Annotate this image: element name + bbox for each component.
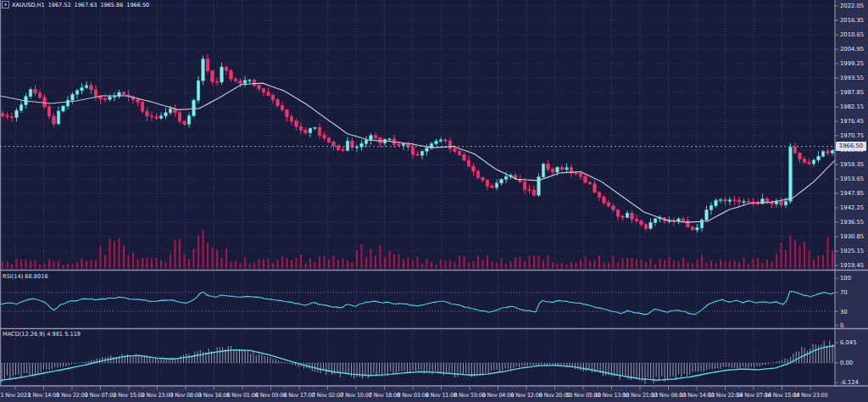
svg-text:0.00: 0.00 <box>840 360 853 366</box>
svg-text:1925.15: 1925.15 <box>840 248 864 254</box>
svg-text:1942.25: 1942.25 <box>840 204 864 211</box>
ohlc-high: 1967.63 <box>75 2 97 8</box>
svg-text:1 Nov 2023: 1 Nov 2023 <box>1 392 31 399</box>
svg-text:8 Nov 11:00: 8 Nov 11:00 <box>426 392 457 399</box>
svg-text:1947.95: 1947.95 <box>840 190 864 197</box>
svg-text:1936.55: 1936.55 <box>840 219 864 226</box>
svg-text:14 Nov 23:00: 14 Nov 23:00 <box>793 392 828 399</box>
svg-text:1987.85: 1987.85 <box>840 89 864 96</box>
svg-text:1970.75: 1970.75 <box>840 132 864 139</box>
trading-chart-window: 2022.052016.352010.652004.951999.251993.… <box>0 0 868 402</box>
svg-text:1919.45: 1919.45 <box>840 262 864 269</box>
svg-text:7 Nov 10:00: 7 Nov 10:00 <box>341 392 372 399</box>
svg-text:7 Nov 18:00: 7 Nov 18:00 <box>369 392 400 399</box>
svg-text:-6.124: -6.124 <box>840 379 859 386</box>
svg-text:2004.95: 2004.95 <box>840 46 864 53</box>
svg-text:6.045: 6.045 <box>840 339 856 346</box>
svg-text:1 Nov 22:00: 1 Nov 22:00 <box>57 392 88 399</box>
svg-text:9 Nov 12:00: 9 Nov 12:00 <box>511 392 542 399</box>
svg-text:1993.55: 1993.55 <box>840 75 864 81</box>
svg-text:8 Nov 19:00: 8 Nov 19:00 <box>454 392 486 399</box>
svg-text:2016.35: 2016.35 <box>840 17 864 24</box>
svg-text:3 Nov 08:00: 3 Nov 08:00 <box>170 392 202 399</box>
svg-text:6 Nov 17:00: 6 Nov 17:00 <box>284 392 315 399</box>
svg-text:1982.15: 1982.15 <box>840 103 864 110</box>
svg-text:0: 0 <box>840 322 843 329</box>
svg-text:6 Nov 09:00: 6 Nov 09:00 <box>255 392 287 399</box>
ohlc-close: 1966.50 <box>126 2 149 8</box>
rsi-indicator-label: RSI(14) 68.8016 <box>3 273 48 280</box>
svg-text:70: 70 <box>840 289 848 296</box>
svg-text:2 Nov 23:00: 2 Nov 23:00 <box>142 392 173 399</box>
ohlc-open: 1967.52 <box>48 2 71 8</box>
svg-text:1930.85: 1930.85 <box>840 233 864 240</box>
symbol-timeframe-label: XAUUSD,H1 <box>12 2 45 8</box>
macd-indicator-label: MACD(12,26,9) 4.981 5.119 <box>3 331 81 338</box>
svg-text:2022.05: 2022.05 <box>840 3 864 9</box>
chart-canvas[interactable]: 2022.052016.352010.652004.951999.251993.… <box>0 0 868 402</box>
collapse-arrow-icon[interactable]: ▾ <box>2 1 9 8</box>
svg-text:1953.65: 1953.65 <box>840 176 864 182</box>
svg-text:1959.35: 1959.35 <box>840 161 864 168</box>
svg-text:3 Nov 16:00: 3 Nov 16:00 <box>198 392 230 399</box>
chart-header: ▾ XAUUSD,H1 1967.52 1967.63 1965.86 1966… <box>2 1 153 8</box>
svg-text:1976.45: 1976.45 <box>840 118 864 125</box>
svg-text:100: 100 <box>840 275 851 282</box>
svg-text:9 Nov 04:00: 9 Nov 04:00 <box>482 392 514 399</box>
svg-text:30: 30 <box>840 309 848 315</box>
svg-text:6 Nov 01:00: 6 Nov 01:00 <box>227 392 259 399</box>
svg-text:1 Nov 14:00: 1 Nov 14:00 <box>28 392 59 399</box>
svg-text:2010.65: 2010.65 <box>840 31 864 38</box>
current-price-tag: 1966.50 <box>836 142 866 151</box>
svg-text:1999.25: 1999.25 <box>840 60 864 67</box>
svg-text:7 Nov 02:00: 7 Nov 02:00 <box>312 392 343 399</box>
svg-text:2 Nov 07:00: 2 Nov 07:00 <box>85 392 116 399</box>
svg-text:2 Nov 15:00: 2 Nov 15:00 <box>114 392 145 399</box>
svg-text:8 Nov 03:00: 8 Nov 03:00 <box>398 392 429 399</box>
ohlc-low: 1965.86 <box>100 2 123 8</box>
